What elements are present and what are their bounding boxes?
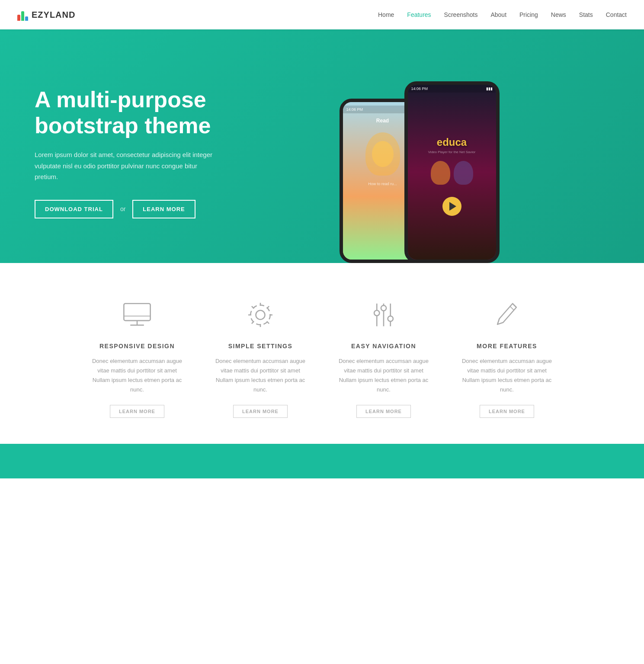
nav-item-contact[interactable]: Contact: [606, 11, 627, 18]
pencil-icon: [487, 298, 526, 332]
svg-line-12: [267, 321, 269, 324]
hero-section: A multi-purpose bootstrap theme Lorem ip…: [0, 29, 644, 263]
logo-text: EZYLAND: [32, 10, 75, 20]
monitor-icon: [118, 298, 157, 332]
download-trial-button[interactable]: DOWNLOAD TRIAL: [35, 200, 113, 218]
hero-content: A multi-purpose bootstrap theme Lorem ip…: [0, 29, 322, 263]
logo-icon: [17, 9, 28, 21]
feature-item-responsive: RESPONSIVE DESIGN Donec elementum accums…: [84, 298, 190, 418]
play-triangle-icon: [449, 202, 456, 211]
feature-item-more: MORE FEATURES Donec elementum accumsan a…: [454, 298, 560, 418]
settings-svg: [245, 300, 276, 330]
learn-more-navigation-button[interactable]: LEARN MORE: [356, 405, 411, 418]
nav-item-news[interactable]: News: [551, 11, 566, 18]
hero-title: A multi-purpose bootstrap theme: [35, 87, 296, 139]
svg-point-4: [256, 311, 265, 320]
logo-bar-1: [17, 15, 20, 21]
phone-time-left: 14:06 PM: [346, 107, 363, 112]
feature-item-settings: SIMPLE SETTINGS Donec elementum accumsan…: [208, 298, 314, 418]
features-grid: RESPONSIVE DESIGN Donec elementum accums…: [84, 298, 560, 418]
hero-description: Lorem ipsum dolor sit amet, consectetur …: [35, 149, 216, 183]
phone-app-content-right: educa Video Player for the Net Savior: [424, 93, 480, 260]
phone-app-text-left: How to read ru...: [365, 180, 400, 188]
hero-buttons: DOWNLOAD TRIAL or LEARN MORE: [35, 200, 296, 218]
bottom-strip: [0, 444, 644, 478]
nav-links: Home Features Screenshots About Pricing …: [378, 11, 627, 19]
phone-characters: [431, 161, 473, 185]
nav-item-home[interactable]: Home: [378, 11, 394, 18]
svg-line-23: [510, 306, 514, 310]
svg-point-20: [388, 316, 393, 321]
svg-line-11: [252, 306, 254, 308]
learn-more-hero-button[interactable]: LEARN MORE: [132, 200, 195, 218]
phone-screen-right: 14:06 PM ▮▮▮ educa Video Player for the …: [408, 85, 496, 260]
svg-line-13: [267, 306, 269, 308]
hero-or-text: or: [120, 205, 125, 212]
feature-desc-navigation: Donec elementum accumsan augue vitae mat…: [336, 356, 431, 395]
learn-more-settings-button[interactable]: LEARN MORE: [233, 405, 288, 418]
svg-point-19: [381, 305, 386, 311]
play-button[interactable]: [442, 197, 461, 216]
learn-more-responsive-button[interactable]: LEARN MORE: [110, 405, 164, 418]
logo-bar-3: [25, 16, 28, 21]
navbar: EZYLAND Home Features Screenshots About …: [0, 0, 644, 29]
educa-brand: educa: [437, 136, 467, 148]
feature-title-responsive: RESPONSIVE DESIGN: [99, 343, 175, 350]
logo-bar-2: [21, 11, 24, 21]
pencil-svg: [492, 300, 522, 330]
nav-item-pricing[interactable]: Pricing: [519, 11, 538, 18]
phone-app-name-left: Read: [372, 113, 393, 128]
phone-mockup-right: 14:06 PM ▮▮▮ educa Video Player for the …: [404, 81, 500, 263]
nav-item-about[interactable]: About: [490, 11, 506, 18]
phone-battery-right: ▮▮▮: [486, 87, 493, 91]
feature-title-settings: SIMPLE SETTINGS: [228, 343, 293, 350]
hero-phones: 14:06 PM ●●● Read How to read ru... 14:0…: [322, 29, 644, 263]
logo-link[interactable]: EZYLAND: [17, 9, 75, 21]
svg-rect-0: [124, 304, 150, 321]
nav-item-features[interactable]: Features: [407, 11, 431, 18]
feature-desc-more: Donec elementum accumsan augue vitae mat…: [459, 356, 554, 395]
svg-marker-21: [497, 304, 516, 324]
feature-title-navigation: EASY NAVIGATION: [351, 343, 416, 350]
features-section: RESPONSIVE DESIGN Donec elementum accums…: [0, 263, 644, 444]
settings-icon: [241, 298, 280, 332]
svg-line-14: [252, 321, 254, 324]
phone-time-right: 14:06 PM: [411, 87, 428, 91]
sliders-svg: [368, 300, 399, 330]
sliders-icon: [364, 298, 403, 332]
phone-character: [365, 132, 400, 176]
feature-desc-settings: Donec elementum accumsan augue vitae mat…: [213, 356, 308, 395]
svg-point-18: [374, 311, 379, 316]
nav-item-stats[interactable]: Stats: [579, 11, 593, 18]
nav-item-screenshots[interactable]: Screenshots: [444, 11, 478, 18]
phone-status-bar-right: 14:06 PM ▮▮▮: [408, 85, 496, 93]
feature-title-more: MORE FEATURES: [477, 343, 537, 350]
learn-more-more-button[interactable]: LEARN MORE: [480, 405, 534, 418]
monitor-svg: [122, 300, 152, 330]
feature-desc-responsive: Donec elementum accumsan augue vitae mat…: [90, 356, 185, 395]
feature-item-navigation: EASY NAVIGATION Donec elementum accumsan…: [331, 298, 437, 418]
educa-subtitle: Video Player for the Net Savior: [428, 150, 476, 154]
